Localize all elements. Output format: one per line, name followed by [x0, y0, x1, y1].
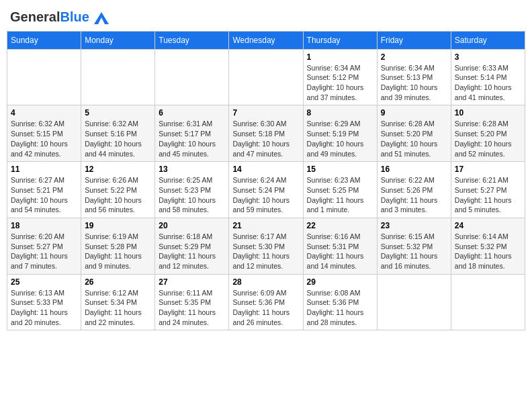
- day-info: Sunrise: 6:09 AMSunset: 5:36 PMDaylight:…: [232, 288, 299, 328]
- day-info: Sunrise: 6:34 AMSunset: 5:12 PMDaylight:…: [307, 63, 373, 103]
- day-header-sunday: Sunday: [7, 31, 81, 49]
- day-number: 10: [455, 108, 521, 118]
- calendar-cell: 22Sunrise: 6:16 AMSunset: 5:31 PMDayligh…: [303, 218, 377, 274]
- day-header-friday: Friday: [377, 31, 451, 49]
- logo-icon: [94, 12, 109, 24]
- day-info: Sunrise: 6:23 AMSunset: 5:25 PMDaylight:…: [307, 175, 373, 215]
- day-info: Sunrise: 6:28 AMSunset: 5:20 PMDaylight:…: [381, 119, 447, 158]
- day-number: 27: [159, 277, 225, 287]
- calendar-cell: 8Sunrise: 6:29 AMSunset: 5:19 PMDaylight…: [303, 105, 377, 162]
- calendar-cell: [81, 49, 155, 105]
- day-info: Sunrise: 6:22 AMSunset: 5:26 PMDaylight:…: [381, 175, 447, 215]
- calendar-cell: 5Sunrise: 6:32 AMSunset: 5:16 PMDaylight…: [81, 105, 155, 162]
- calendar-cell: [377, 274, 451, 330]
- logo: GeneralBlue: [10, 10, 109, 24]
- day-header-thursday: Thursday: [303, 31, 377, 49]
- calendar-cell: 1Sunrise: 6:34 AMSunset: 5:12 PMDaylight…: [303, 49, 377, 105]
- day-number: 19: [85, 221, 151, 230]
- day-info: Sunrise: 6:27 AMSunset: 5:21 PMDaylight:…: [11, 175, 77, 215]
- day-header-wednesday: Wednesday: [229, 31, 303, 49]
- day-info: Sunrise: 6:14 AMSunset: 5:32 PMDaylight:…: [455, 232, 521, 271]
- day-number: 21: [232, 221, 299, 230]
- calendar-week-5: 25Sunrise: 6:13 AMSunset: 5:33 PMDayligh…: [7, 274, 525, 330]
- calendar-cell: 13Sunrise: 6:25 AMSunset: 5:23 PMDayligh…: [155, 162, 229, 218]
- day-number: 1: [307, 52, 373, 62]
- day-info: Sunrise: 6:32 AMSunset: 5:15 PMDaylight:…: [11, 119, 77, 158]
- day-number: 14: [232, 165, 299, 174]
- calendar-cell: 17Sunrise: 6:21 AMSunset: 5:27 PMDayligh…: [451, 162, 525, 218]
- day-number: 6: [159, 108, 225, 118]
- calendar-table: SundayMondayTuesdayWednesdayThursdayFrid…: [7, 31, 525, 331]
- day-info: Sunrise: 6:13 AMSunset: 5:33 PMDaylight:…: [11, 288, 77, 328]
- calendar-cell: 11Sunrise: 6:27 AMSunset: 5:21 PMDayligh…: [7, 162, 81, 218]
- day-info: Sunrise: 6:11 AMSunset: 5:35 PMDaylight:…: [159, 288, 225, 328]
- calendar-week-2: 4Sunrise: 6:32 AMSunset: 5:15 PMDaylight…: [7, 105, 525, 162]
- day-number: 25: [11, 277, 77, 287]
- calendar-cell: 29Sunrise: 6:08 AMSunset: 5:36 PMDayligh…: [303, 274, 377, 330]
- day-number: 4: [11, 108, 77, 118]
- calendar-week-3: 11Sunrise: 6:27 AMSunset: 5:21 PMDayligh…: [7, 162, 525, 218]
- calendar-cell: 19Sunrise: 6:19 AMSunset: 5:28 PMDayligh…: [81, 218, 155, 274]
- calendar-cell: 28Sunrise: 6:09 AMSunset: 5:36 PMDayligh…: [229, 274, 303, 330]
- day-number: 13: [159, 165, 225, 174]
- calendar-cell: 21Sunrise: 6:17 AMSunset: 5:30 PMDayligh…: [229, 218, 303, 274]
- calendar-cell: [7, 49, 81, 105]
- day-number: 12: [85, 165, 151, 174]
- day-number: 23: [381, 221, 447, 230]
- calendar-cell: 23Sunrise: 6:15 AMSunset: 5:32 PMDayligh…: [377, 218, 451, 274]
- day-info: Sunrise: 6:18 AMSunset: 5:29 PMDaylight:…: [159, 232, 225, 271]
- logo-general: General: [10, 9, 60, 24]
- calendar-cell: 15Sunrise: 6:23 AMSunset: 5:25 PMDayligh…: [303, 162, 377, 218]
- calendar-cell: 7Sunrise: 6:30 AMSunset: 5:18 PMDaylight…: [229, 105, 303, 162]
- day-info: Sunrise: 6:17 AMSunset: 5:30 PMDaylight:…: [232, 232, 299, 271]
- day-number: 9: [381, 108, 447, 118]
- calendar-cell: 12Sunrise: 6:26 AMSunset: 5:22 PMDayligh…: [81, 162, 155, 218]
- calendar-cell: 25Sunrise: 6:13 AMSunset: 5:33 PMDayligh…: [7, 274, 81, 330]
- day-header-monday: Monday: [81, 31, 155, 49]
- day-number: 16: [381, 165, 447, 174]
- day-info: Sunrise: 6:15 AMSunset: 5:32 PMDaylight:…: [381, 232, 447, 271]
- logo-blue: Blue: [60, 9, 89, 24]
- calendar-header-row: SundayMondayTuesdayWednesdayThursdayFrid…: [7, 31, 525, 49]
- calendar-cell: 14Sunrise: 6:24 AMSunset: 5:24 PMDayligh…: [229, 162, 303, 218]
- day-info: Sunrise: 6:29 AMSunset: 5:19 PMDaylight:…: [307, 119, 373, 158]
- day-number: 17: [455, 165, 521, 174]
- day-number: 15: [307, 165, 373, 174]
- day-info: Sunrise: 6:30 AMSunset: 5:18 PMDaylight:…: [232, 119, 299, 158]
- day-number: 26: [85, 277, 151, 287]
- calendar-cell: 16Sunrise: 6:22 AMSunset: 5:26 PMDayligh…: [377, 162, 451, 218]
- calendar-cell: 26Sunrise: 6:12 AMSunset: 5:34 PMDayligh…: [81, 274, 155, 330]
- day-number: 29: [307, 277, 373, 287]
- calendar-week-1: 1Sunrise: 6:34 AMSunset: 5:12 PMDaylight…: [7, 49, 525, 105]
- calendar-cell: 6Sunrise: 6:31 AMSunset: 5:17 PMDaylight…: [155, 105, 229, 162]
- day-info: Sunrise: 6:16 AMSunset: 5:31 PMDaylight:…: [307, 232, 373, 271]
- day-header-saturday: Saturday: [451, 31, 525, 49]
- day-info: Sunrise: 6:25 AMSunset: 5:23 PMDaylight:…: [159, 175, 225, 215]
- calendar-cell: 20Sunrise: 6:18 AMSunset: 5:29 PMDayligh…: [155, 218, 229, 274]
- calendar-cell: 4Sunrise: 6:32 AMSunset: 5:15 PMDaylight…: [7, 105, 81, 162]
- day-number: 22: [307, 221, 373, 230]
- day-number: 11: [11, 165, 77, 174]
- calendar-cell: 2Sunrise: 6:34 AMSunset: 5:13 PMDaylight…: [377, 49, 451, 105]
- day-number: 3: [455, 52, 521, 62]
- day-info: Sunrise: 6:32 AMSunset: 5:16 PMDaylight:…: [85, 119, 151, 158]
- day-info: Sunrise: 6:34 AMSunset: 5:13 PMDaylight:…: [381, 63, 447, 103]
- calendar-cell: [155, 49, 229, 105]
- calendar-cell: [229, 49, 303, 105]
- day-number: 20: [159, 221, 225, 230]
- calendar-cell: 18Sunrise: 6:20 AMSunset: 5:27 PMDayligh…: [7, 218, 81, 274]
- day-number: 24: [455, 221, 521, 230]
- day-number: 2: [381, 52, 447, 62]
- day-info: Sunrise: 6:28 AMSunset: 5:20 PMDaylight:…: [455, 119, 521, 158]
- calendar-cell: 24Sunrise: 6:14 AMSunset: 5:32 PMDayligh…: [451, 218, 525, 274]
- day-info: Sunrise: 6:26 AMSunset: 5:22 PMDaylight:…: [85, 175, 151, 215]
- day-info: Sunrise: 6:19 AMSunset: 5:28 PMDaylight:…: [85, 232, 151, 271]
- day-number: 28: [232, 277, 299, 287]
- calendar-week-4: 18Sunrise: 6:20 AMSunset: 5:27 PMDayligh…: [7, 218, 525, 274]
- calendar-cell: 9Sunrise: 6:28 AMSunset: 5:20 PMDaylight…: [377, 105, 451, 162]
- day-info: Sunrise: 6:33 AMSunset: 5:14 PMDaylight:…: [455, 63, 521, 103]
- page-header: GeneralBlue: [7, 7, 525, 24]
- calendar-cell: 10Sunrise: 6:28 AMSunset: 5:20 PMDayligh…: [451, 105, 525, 162]
- day-info: Sunrise: 6:20 AMSunset: 5:27 PMDaylight:…: [11, 232, 77, 271]
- calendar-cell: [451, 274, 525, 330]
